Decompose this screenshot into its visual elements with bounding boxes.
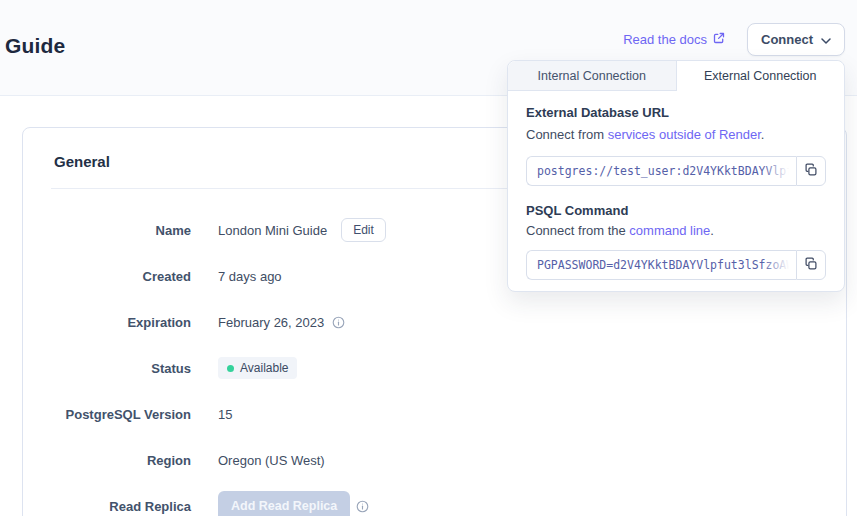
tab-internal-connection[interactable]: Internal Connection [508,61,677,91]
field-value-expiration: February 26, 2023 [218,315,324,330]
field-label-postgresql-version: PostgreSQL Version [23,407,191,422]
tab-external-connection[interactable]: External Connection [677,61,845,91]
desc-text: Connect from [526,127,608,142]
table-row: Read Replica Add Read Replica [23,483,846,516]
psql-command-desc: Connect from the command line. [526,223,826,239]
psql-command-field: PGPASSWORD=d2V4YKktBDAYVlpfut3lSfzoAWhwb… [526,250,826,280]
field-label-created: Created [23,269,191,284]
services-outside-render-link[interactable]: services outside of Render [608,127,761,142]
psql-command-input[interactable]: PGPASSWORD=d2V4YKktBDAYVlpfut3lSfzoAWhwb… [526,250,796,280]
table-row: Region Oregon (US West) [23,437,846,483]
field-value-region: Oregon (US West) [218,453,325,468]
header-actions: Read the docs Connect [623,23,845,56]
connect-button[interactable]: Connect [747,23,845,56]
external-database-url-desc: Connect from services outside of Render. [526,127,826,143]
info-icon[interactable] [332,316,345,329]
desc-text: . [761,127,765,142]
psql-command-heading: PSQL Command [526,203,826,219]
external-link-icon [713,32,725,47]
desc-text: . [710,223,714,238]
external-database-url-input[interactable]: postgres://test_user:d2V4YKktBDAYVlpfut3… [526,156,796,186]
copy-icon [804,163,818,180]
copy-button[interactable] [796,156,826,186]
field-value-created: 7 days ago [218,269,282,284]
external-database-url-field: postgres://test_user:d2V4YKktBDAYVlpfut3… [526,156,826,186]
read-the-docs-label: Read the docs [623,32,707,47]
connect-button-label: Connect [761,32,813,47]
copy-button[interactable] [796,250,826,280]
table-row: Status Available [23,345,846,391]
table-row: Expiration February 26, 2023 [23,299,846,345]
field-label-name: Name [23,223,191,238]
external-connection-panel: External Database URL Connect from servi… [508,91,844,296]
field-label-read-replica: Read Replica [23,499,191,514]
connection-tabs: Internal Connection External Connection [508,61,844,91]
field-value-name: London Mini Guide [218,223,327,238]
status-badge: Available [218,357,297,379]
external-database-url-heading: External Database URL [526,105,826,121]
field-label-region: Region [23,453,191,468]
page-title: Guide [5,34,66,58]
field-value-postgresql-version: 15 [218,407,232,422]
table-row: PostgreSQL Version 15 [23,391,846,437]
chevron-down-icon [821,32,831,47]
status-dot-icon [227,365,234,372]
connect-popover: Internal Connection External Connection … [507,60,845,292]
add-read-replica-button: Add Read Replica [218,491,350,516]
field-label-expiration: Expiration [23,315,191,330]
psql-command-value: PGPASSWORD=d2V4YKktBDAYVlpfut3lSfzoAWhwb… [537,258,796,272]
info-icon[interactable] [356,500,369,513]
desc-text: Connect from the [526,223,629,238]
copy-icon [804,257,818,274]
edit-button[interactable]: Edit [341,218,386,242]
read-the-docs-link[interactable]: Read the docs [623,32,725,47]
external-database-url-value: postgres://test_user:d2V4YKktBDAYVlpfut3… [537,164,796,178]
command-line-link[interactable]: command line [629,223,710,238]
status-badge-label: Available [240,361,288,375]
field-label-status: Status [23,361,191,376]
